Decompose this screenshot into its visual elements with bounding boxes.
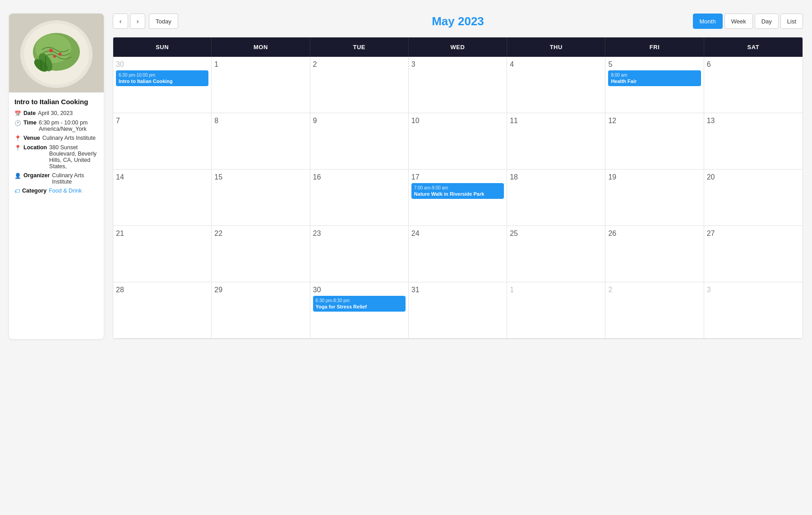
calendar-title: May 2023: [432, 14, 484, 28]
calendar-cell[interactable]: 6: [704, 57, 803, 113]
day-number: 9: [313, 117, 406, 125]
view-btn-week[interactable]: Week: [724, 14, 753, 29]
calendar-cell[interactable]: 21: [113, 226, 212, 282]
calendar-cell[interactable]: 1: [212, 57, 310, 113]
view-btn-month[interactable]: Month: [693, 14, 723, 29]
info-icon: 🕐: [14, 120, 21, 126]
day-number: 30: [116, 60, 208, 69]
calendar-cell[interactable]: 26: [605, 226, 704, 282]
next-button[interactable]: ›: [130, 14, 145, 29]
info-label: Date: [23, 110, 36, 116]
view-btn-day[interactable]: Day: [755, 14, 779, 29]
day-number: 26: [608, 230, 701, 238]
day-number: 25: [510, 230, 602, 238]
event-time: 7:00 am-9:00 am: [414, 185, 501, 191]
calendar-cell[interactable]: 4: [507, 57, 605, 113]
calendar-cell[interactable]: 3: [409, 57, 507, 113]
info-value: Culinary Arts Institute: [52, 172, 98, 185]
calendar-cell[interactable]: 24: [409, 226, 507, 282]
calendar-cell[interactable]: 23: [310, 226, 409, 282]
svg-point-6: [53, 55, 56, 58]
main-container: Intro to Italian Cooking 📅Date April 30,…: [9, 14, 803, 339]
day-number: 5: [608, 60, 701, 69]
calendar-cell[interactable]: 177:00 am-9:00 amNature Walk in Riversid…: [409, 170, 507, 226]
calendar-cell[interactable]: 11: [507, 113, 605, 170]
calendar-cell[interactable]: 16: [310, 170, 409, 226]
day-number: 20: [707, 173, 800, 181]
info-value[interactable]: Food & Drink: [49, 188, 82, 194]
event-image: [9, 14, 104, 92]
calendar-cell[interactable]: 14: [113, 170, 212, 226]
day-number: 16: [313, 173, 406, 181]
weekday-header: TUE: [310, 37, 409, 57]
calendar-cell[interactable]: 8: [212, 113, 310, 170]
info-label: Location: [23, 144, 47, 151]
day-number: 27: [707, 230, 800, 238]
day-number: 24: [411, 230, 504, 238]
weekday-header: FRI: [605, 37, 704, 57]
calendar-cell[interactable]: 9: [310, 113, 409, 170]
day-number: 1: [214, 60, 307, 69]
calendar-cell[interactable]: 27: [704, 226, 803, 282]
calendar-cell[interactable]: 10: [409, 113, 507, 170]
event-pill[interactable]: 6:30 pm-10:00 pmIntro to Italian Cooking: [116, 70, 208, 86]
day-number: 3: [411, 60, 504, 69]
day-number: 10: [411, 117, 504, 125]
day-number: 11: [510, 117, 602, 125]
info-row: 📍Location 380 Sunset Boulevard, Beverly …: [14, 144, 98, 170]
info-icon: 📍: [14, 145, 21, 151]
today-button[interactable]: Today: [149, 14, 178, 29]
day-number: 19: [608, 173, 701, 181]
weekday-header: SAT: [704, 37, 803, 57]
day-number: 1: [510, 286, 602, 294]
day-number: 2: [313, 60, 406, 69]
calendar-cell[interactable]: 3: [704, 282, 803, 339]
day-number: 22: [214, 230, 307, 238]
day-number: 12: [608, 117, 701, 125]
prev-button[interactable]: ‹: [113, 14, 128, 29]
calendar-cell[interactable]: 2: [310, 57, 409, 113]
info-icon: 👤: [14, 173, 21, 179]
calendar-cell[interactable]: 19: [605, 170, 704, 226]
day-number: 17: [411, 173, 504, 181]
calendar-cell[interactable]: 25: [507, 226, 605, 282]
calendar-cell[interactable]: 306:30 pm-8:30 pmYoga for Stress Relief: [310, 282, 409, 339]
day-number: 3: [707, 286, 800, 294]
calendar-cell[interactable]: 29: [212, 282, 310, 339]
calendar-cell[interactable]: 58:00 amHealth Fair: [605, 57, 704, 113]
calendar-cell[interactable]: 20: [704, 170, 803, 226]
day-number: 7: [116, 117, 208, 125]
event-details: Intro to Italian Cooking 📅Date April 30,…: [9, 92, 104, 202]
weekday-header: SUN: [113, 37, 212, 57]
calendar-cell[interactable]: 306:30 pm-10:00 pmIntro to Italian Cooki…: [113, 57, 212, 113]
day-number: 21: [116, 230, 208, 238]
calendar-cell[interactable]: 2: [605, 282, 704, 339]
event-time: 8:00 am: [611, 72, 698, 78]
calendar-cell[interactable]: 13: [704, 113, 803, 170]
info-label: Time: [23, 120, 37, 126]
calendar-cell[interactable]: 31: [409, 282, 507, 339]
event-pill[interactable]: 8:00 amHealth Fair: [608, 70, 701, 86]
weekday-header: THU: [507, 37, 605, 57]
calendar-cell[interactable]: 12: [605, 113, 704, 170]
calendar-cell[interactable]: 1: [507, 282, 605, 339]
event-sidebar: Intro to Italian Cooking 📅Date April 30,…: [9, 14, 104, 339]
calendar-cell[interactable]: 18: [507, 170, 605, 226]
calendar-cell[interactable]: 15: [212, 170, 310, 226]
info-label: Venue: [23, 135, 40, 141]
calendar-header: ‹ › Today May 2023 MonthWeekDayList: [113, 14, 803, 29]
calendar-grid: SUNMONTUEWEDTHUFRISAT 306:30 pm-10:00 pm…: [113, 37, 803, 339]
info-row: 👤Organizer Culinary Arts Institute: [14, 172, 98, 185]
calendar-cell[interactable]: 22: [212, 226, 310, 282]
event-time: 6:30 pm-8:30 pm: [316, 298, 403, 303]
event-pill[interactable]: 6:30 pm-8:30 pmYoga for Stress Relief: [313, 296, 406, 312]
info-icon: 🏷: [14, 188, 20, 194]
day-number: 28: [116, 286, 208, 294]
event-pill[interactable]: 7:00 am-9:00 amNature Walk in Riverside …: [411, 183, 504, 199]
view-btn-list[interactable]: List: [780, 14, 803, 29]
event-title: Intro to Italian Cooking: [14, 98, 98, 106]
calendar-cell[interactable]: 7: [113, 113, 212, 170]
info-value: April 30, 2023: [38, 110, 73, 116]
calendar-cell[interactable]: 28: [113, 282, 212, 339]
day-number: 2: [608, 286, 701, 294]
